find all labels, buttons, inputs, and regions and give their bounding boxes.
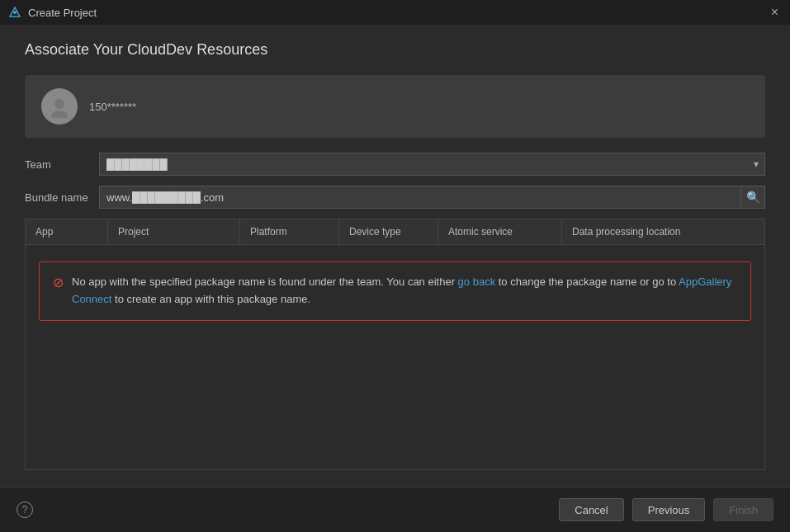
title-bar: Create Project ×: [0, 0, 790, 25]
title-bar-title: Create Project: [28, 7, 97, 19]
col-atomic-service: Atomic service: [438, 219, 562, 244]
error-part1: No app with the specified package name i…: [72, 275, 458, 288]
team-label: Team: [25, 158, 99, 171]
close-button[interactable]: ×: [768, 4, 782, 21]
dialog-heading: Associate Your CloudDev Resources: [25, 41, 765, 59]
footer: ? Cancel Previous Finish: [0, 487, 790, 532]
svg-point-1: [13, 11, 17, 14]
app-logo-icon: [8, 6, 21, 19]
error-icon: ⊘: [53, 275, 64, 290]
bundle-name-input[interactable]: [99, 186, 740, 209]
team-row: Team ████████ ▾: [25, 153, 765, 176]
team-select[interactable]: ████████: [99, 153, 765, 176]
col-project: Project: [108, 219, 240, 244]
table-body: ⊘ No app with the specified package name…: [26, 245, 764, 337]
bundle-name-label: Bundle name: [25, 191, 99, 204]
col-app: App: [26, 219, 108, 244]
svg-point-3: [51, 111, 68, 118]
app-table: App Project Platform Device type Atomic …: [25, 219, 765, 470]
error-part3: to create an app with this package name.: [111, 293, 310, 305]
footer-buttons: Cancel Previous Finish: [559, 498, 773, 521]
bundle-name-row: Bundle name 🔍: [25, 186, 765, 209]
svg-point-2: [54, 99, 64, 109]
error-text: No app with the specified package name i…: [72, 274, 737, 308]
question-mark-icon: ?: [22, 504, 28, 516]
cancel-button[interactable]: Cancel: [559, 498, 623, 521]
previous-button[interactable]: Previous: [632, 498, 706, 521]
col-platform: Platform: [240, 219, 339, 244]
help-button[interactable]: ?: [17, 501, 33, 518]
table-header: App Project Platform Device type Atomic …: [26, 219, 764, 245]
avatar: [41, 88, 78, 125]
team-select-wrapper: ████████ ▾: [99, 153, 765, 176]
finish-button[interactable]: Finish: [713, 498, 773, 521]
go-back-link[interactable]: go back: [458, 275, 496, 288]
col-data-processing: Data processing location: [562, 219, 727, 244]
search-icon: 🔍: [746, 191, 760, 204]
footer-left: ?: [17, 501, 33, 518]
account-box: 150*******: [25, 75, 765, 138]
error-box: ⊘ No app with the specified package name…: [39, 261, 751, 321]
bundle-input-wrapper: 🔍: [99, 186, 765, 209]
dialog-content: Associate Your CloudDev Resources 150***…: [0, 25, 790, 487]
error-part2: to change the package name or go to: [495, 275, 679, 288]
account-id: 150*******: [89, 101, 136, 113]
title-bar-left: Create Project: [8, 6, 97, 19]
col-device-type: Device type: [339, 219, 438, 244]
bundle-search-button[interactable]: 🔍: [740, 186, 765, 209]
